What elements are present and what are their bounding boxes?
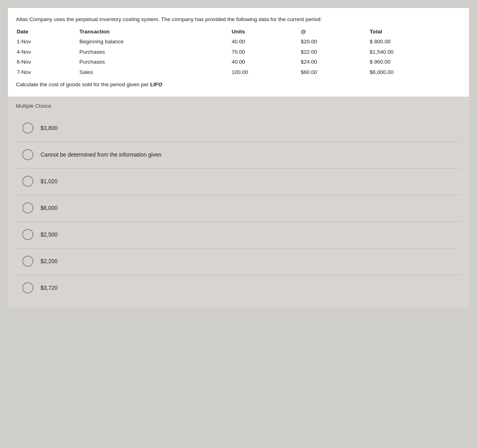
table-cell-1-2: 70.00 — [232, 47, 300, 57]
table-cell-3-2: 100.00 — [232, 68, 300, 77]
choice-item-c[interactable]: $1,020 — [16, 169, 461, 194]
choice-item-e[interactable]: $2,500 — [16, 222, 461, 247]
table-cell-1-0: 4-Nov — [17, 47, 79, 57]
intro-text: Atlas Company uses the perpetual invento… — [16, 15, 461, 24]
radio-circle-g[interactable] — [22, 282, 33, 293]
radio-circle-c[interactable] — [22, 176, 33, 187]
table-row: 6-NovPurchases40.00$24.00$ 960.00 — [17, 57, 460, 67]
radio-circle-d[interactable] — [22, 202, 33, 213]
radio-circle-e[interactable] — [22, 229, 33, 240]
choice-item-d[interactable]: $6,000 — [16, 195, 461, 221]
page-wrapper: Atlas Company uses the perpetual invento… — [0, 0, 477, 448]
choice-item-a[interactable]: $3,800 — [16, 115, 461, 141]
table-cell-3-4: $6,000.00 — [370, 68, 460, 77]
choice-item-b[interactable]: Cannot be determined from the informatio… — [16, 142, 461, 167]
table-cell-0-1: Beginning balance — [80, 37, 231, 47]
col-header-total: Total — [370, 27, 460, 37]
table-cell-2-2: 40.00 — [232, 57, 300, 67]
table-cell-2-1: Purchases — [80, 57, 231, 67]
table-cell-0-3: $20.00 — [301, 37, 369, 47]
radio-circle-a[interactable] — [22, 122, 33, 134]
radio-circle-b[interactable] — [22, 149, 33, 160]
table-cell-0-0: 1-Nov — [17, 37, 79, 47]
table-cell-2-0: 6-Nov — [17, 57, 79, 67]
table-row: 4-NovPurchases70.00$22.00$1,540.00 — [17, 47, 460, 57]
table-row: 7-NovSales100.00$60.00$6,000.00 — [17, 68, 460, 77]
col-header-at: @ — [301, 27, 369, 37]
table-cell-1-1: Purchases — [80, 47, 231, 57]
section-label: Multiple Choice — [16, 103, 461, 109]
table-cell-3-1: Sales — [80, 68, 231, 77]
table-cell-0-4: $ 800.00 — [370, 37, 460, 47]
table-cell-0-2: 40.00 — [232, 37, 300, 47]
choice-label-e: $2,500 — [41, 231, 58, 238]
question-area: Atlas Company uses the perpetual invento… — [8, 8, 469, 97]
table-row: 1-NovBeginning balance40.00$20.00$ 800.0… — [17, 37, 460, 47]
table-cell-1-4: $1,540.00 — [370, 47, 460, 57]
col-header-transaction: Transaction — [80, 27, 231, 37]
choice-label-a: $3,800 — [41, 125, 58, 131]
col-header-date: Date — [17, 27, 79, 37]
choice-label-d: $6,000 — [41, 205, 58, 211]
choice-label-f: $2,200 — [41, 258, 58, 264]
table-cell-1-3: $22.00 — [301, 47, 369, 57]
choice-label-g: $3,720 — [41, 285, 58, 291]
choice-label-b: Cannot be determined from the informatio… — [41, 151, 161, 158]
choice-label-c: $1,020 — [41, 178, 58, 184]
choices-container: $3,800Cannot be determined from the info… — [16, 115, 461, 301]
choice-item-g[interactable]: $3,720 — [16, 275, 461, 301]
instruction-text: Calculate the cost of goods sold for the… — [16, 80, 461, 89]
table-cell-3-3: $60.00 — [301, 68, 369, 77]
table-cell-2-4: $ 960.00 — [370, 57, 460, 67]
data-table: Date Transaction Units @ Total 1-NovBegi… — [16, 26, 461, 78]
table-cell-2-3: $24.00 — [301, 57, 369, 67]
choice-item-f[interactable]: $2,200 — [16, 248, 461, 274]
radio-circle-f[interactable] — [22, 256, 33, 267]
table-cell-3-0: 7-Nov — [17, 68, 79, 77]
answers-section: Multiple Choice $3,800Cannot be determin… — [8, 97, 469, 308]
col-header-units: Units — [232, 27, 300, 37]
